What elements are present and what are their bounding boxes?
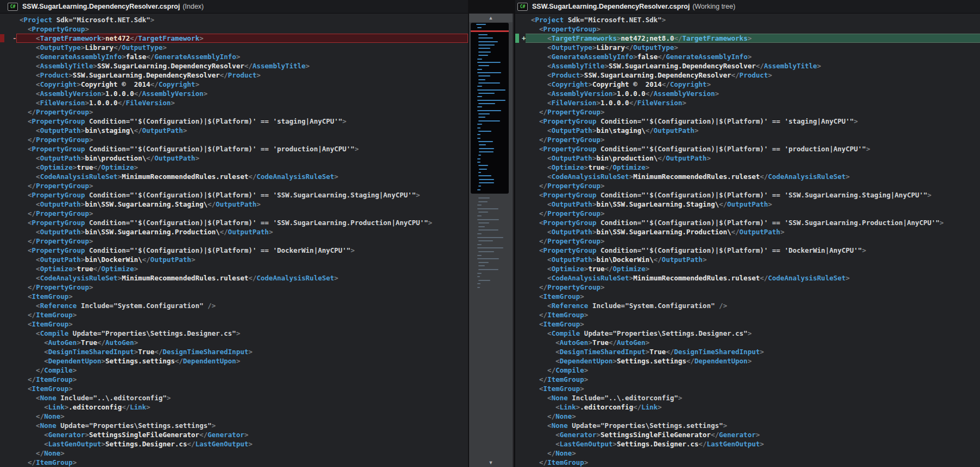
scroll-up-icon[interactable]: ▲ <box>469 14 513 22</box>
code-line[interactable]: </Compile> <box>0 366 468 375</box>
code-line[interactable]: <Copyright>Copyright © 2014</Copyright> <box>515 80 980 89</box>
code-line[interactable]: </ItemGroup> <box>0 458 468 467</box>
code-line[interactable]: </None> <box>515 412 980 421</box>
code-line[interactable]: <OutputPath>bin\staging\</OutputPath> <box>515 126 980 135</box>
code-line[interactable]: <OutputPath>bin\SSW.SugarLearning.Produc… <box>0 227 468 236</box>
code-line[interactable]: <ItemGroup> <box>0 384 468 393</box>
code-line[interactable]: </ItemGroup> <box>515 310 980 319</box>
code-line[interactable]: <Link>.editorconfig</Link> <box>0 402 468 412</box>
code-line[interactable]: </PropertyGroup> <box>0 107 468 117</box>
code-line[interactable]: </ItemGroup> <box>0 310 468 319</box>
code-line[interactable]: </ItemGroup> <box>515 458 980 467</box>
code-line[interactable]: <PropertyGroup Condition="'$(Configurati… <box>0 190 468 200</box>
code-line[interactable]: <CodeAnalysisRuleSet>MinimumRecommendedR… <box>515 172 980 181</box>
code-line[interactable]: <PropertyGroup Condition="'$(Configurati… <box>0 144 468 153</box>
code-line[interactable]: <AssemblyTitle>SSW.SugarLearning.Depende… <box>0 61 468 71</box>
code-line[interactable]: <PropertyGroup> <box>0 24 468 34</box>
code-line[interactable]: <OutputPath>bin\DockerWin\</OutputPath> <box>0 255 468 264</box>
code-line[interactable]: <FileVersion>1.0.0.0</FileVersion> <box>515 98 980 107</box>
code-line[interactable]: <ItemGroup> <box>0 319 468 329</box>
code-line[interactable]: <ItemGroup> <box>515 384 980 393</box>
code-line[interactable]: <PropertyGroup Condition="'$(Configurati… <box>515 117 980 126</box>
code-line[interactable]: <PropertyGroup Condition="'$(Configurati… <box>0 218 468 227</box>
code-line[interactable]: <Optimize>true</Optimize> <box>0 163 468 172</box>
code-line[interactable]: <AssemblyVersion>1.0.0.0</AssemblyVersio… <box>0 89 468 98</box>
code-line[interactable]: <AutoGen>True</AutoGen> <box>0 338 468 347</box>
code-line[interactable]: <Product>SSW.SugarLearning.DependencyRes… <box>515 71 980 80</box>
code-line[interactable]: <Compile Update="Properties\Settings.Des… <box>0 329 468 338</box>
code-line[interactable]: <FileVersion>1.0.0.0</FileVersion> <box>0 98 468 107</box>
code-line[interactable]: <OutputType>Library</OutputType> <box>515 43 980 52</box>
code-line[interactable]: <AutoGen>True</AutoGen> <box>515 338 980 347</box>
code-line[interactable]: <PropertyGroup Condition="'$(Configurati… <box>515 144 980 153</box>
code-line[interactable]: <OutputPath>bin\staging\</OutputPath> <box>0 126 468 135</box>
code-line[interactable]: <OutputPath>bin\DockerWin\</OutputPath> <box>515 255 980 264</box>
code-line[interactable]: <PropertyGroup Condition="'$(Configurati… <box>0 117 468 126</box>
code-line[interactable]: <OutputPath>bin\SSW.SugarLearning.Stagin… <box>0 200 468 209</box>
added-line[interactable]: + <TargetFrameworks>net472;net8.0</Targe… <box>515 34 980 43</box>
code-line[interactable]: </PropertyGroup> <box>515 236 980 246</box>
code-line[interactable]: <Reference Include="System.Configuration… <box>0 301 468 310</box>
code-line[interactable]: </PropertyGroup> <box>515 283 980 292</box>
code-line[interactable]: </PropertyGroup> <box>515 209 980 218</box>
code-line[interactable]: </PropertyGroup> <box>515 181 980 190</box>
code-line[interactable]: <CodeAnalysisRuleSet>MinimumRecommendedR… <box>0 172 468 181</box>
code-line[interactable]: </None> <box>0 412 468 421</box>
code-line[interactable]: </PropertyGroup> <box>515 107 980 117</box>
code-line[interactable]: <None Include="..\.editorconfig"> <box>0 393 468 402</box>
code-line[interactable]: </PropertyGroup> <box>0 283 468 292</box>
code-line[interactable]: </ItemGroup> <box>515 375 980 384</box>
code-line[interactable]: <OutputPath>bin\production\</OutputPath> <box>515 153 980 163</box>
code-line[interactable]: <OutputPath>bin\SSW.SugarLearning.Stagin… <box>515 200 980 209</box>
code-line[interactable]: <None Update="Properties\Settings.settin… <box>515 421 980 430</box>
code-line[interactable]: </PropertyGroup> <box>515 135 980 144</box>
code-line[interactable]: <PropertyGroup Condition="'$(Configurati… <box>0 246 468 255</box>
code-line[interactable]: </None> <box>0 449 468 458</box>
code-line[interactable]: <PropertyGroup Condition="'$(Configurati… <box>515 190 980 200</box>
code-line[interactable]: <CodeAnalysisRuleSet>MinimumRecommendedR… <box>515 273 980 283</box>
code-line[interactable]: <PropertyGroup> <box>515 24 980 34</box>
code-line[interactable]: <Product>SSW.SugarLearning.DependencyRes… <box>0 71 468 80</box>
code-line[interactable]: <Reference Include="System.Configuration… <box>515 301 980 310</box>
code-line[interactable]: <Copyright>Copyright © 2014</Copyright> <box>0 80 468 89</box>
code-line[interactable]: <None Update="Properties\Settings.settin… <box>0 421 468 430</box>
minimap[interactable] <box>471 23 509 194</box>
code-line[interactable]: <OutputType>Library</OutputType> <box>0 43 468 52</box>
code-line[interactable]: <PropertyGroup Condition="'$(Configurati… <box>515 246 980 255</box>
scroll-down-icon[interactable]: ▼ <box>469 458 513 467</box>
code-line[interactable]: <Generator>SettingsSingleFileGenerator</… <box>0 430 468 439</box>
code-line[interactable]: <OutputPath>bin\SSW.SugarLearning.Produc… <box>515 227 980 236</box>
code-line[interactable]: <Project Sdk="Microsoft.NET.Sdk"> <box>0 15 468 24</box>
code-line[interactable]: <Optimize>true</Optimize> <box>515 163 980 172</box>
code-editor-left[interactable]: <Project Sdk="Microsoft.NET.Sdk"> <Prope… <box>0 14 468 467</box>
code-line[interactable]: <OutputPath>bin\production\</OutputPath> <box>0 153 468 163</box>
code-line[interactable]: </PropertyGroup> <box>0 181 468 190</box>
code-line[interactable]: <DependentUpon>Settings.settings</Depend… <box>515 356 980 366</box>
code-line[interactable]: <Project Sdk="Microsoft.NET.Sdk"> <box>515 15 980 24</box>
code-line[interactable]: <Optimize>true</Optimize> <box>0 264 468 273</box>
code-line[interactable]: </ItemGroup> <box>0 375 468 384</box>
code-line[interactable]: <AssemblyVersion>1.0.0.0</AssemblyVersio… <box>515 89 980 98</box>
code-line[interactable]: <AssemblyTitle>SSW.SugarLearning.Depende… <box>515 61 980 71</box>
code-line[interactable]: </PropertyGroup> <box>0 236 468 246</box>
code-line[interactable]: </Compile> <box>515 366 980 375</box>
code-line[interactable]: <LastGenOutput>Settings.Designer.cs</Las… <box>0 439 468 449</box>
code-line[interactable]: </PropertyGroup> <box>0 135 468 144</box>
code-line[interactable]: <None Include="..\.editorconfig"> <box>515 393 980 402</box>
code-line[interactable]: <GenerateAssemblyInfo>false</GenerateAss… <box>0 52 468 61</box>
code-line[interactable]: <Optimize>true</Optimize> <box>515 264 980 273</box>
code-line[interactable]: <ItemGroup> <box>515 292 980 301</box>
code-line[interactable]: <Generator>SettingsSingleFileGenerator</… <box>515 430 980 439</box>
removed-line[interactable]: - <TargetFramework>net472</TargetFramewo… <box>0 34 468 43</box>
code-line[interactable]: <DesignTimeSharedInput>True</DesignTimeS… <box>0 347 468 356</box>
code-line[interactable]: <ItemGroup> <box>0 292 468 301</box>
code-line[interactable]: <GenerateAssemblyInfo>false</GenerateAss… <box>515 52 980 61</box>
code-line[interactable]: <LastGenOutput>Settings.Designer.cs</Las… <box>515 439 980 449</box>
code-line[interactable]: </None> <box>515 449 980 458</box>
code-editor-right[interactable]: <Project Sdk="Microsoft.NET.Sdk"> <Prope… <box>515 14 980 467</box>
code-line[interactable]: <Compile Update="Properties\Settings.Des… <box>515 329 980 338</box>
code-line[interactable]: <PropertyGroup Condition="'$(Configurati… <box>515 218 980 227</box>
code-line[interactable]: <ItemGroup> <box>515 319 980 329</box>
code-line[interactable]: <DesignTimeSharedInput>True</DesignTimeS… <box>515 347 980 356</box>
code-line[interactable]: </PropertyGroup> <box>0 209 468 218</box>
